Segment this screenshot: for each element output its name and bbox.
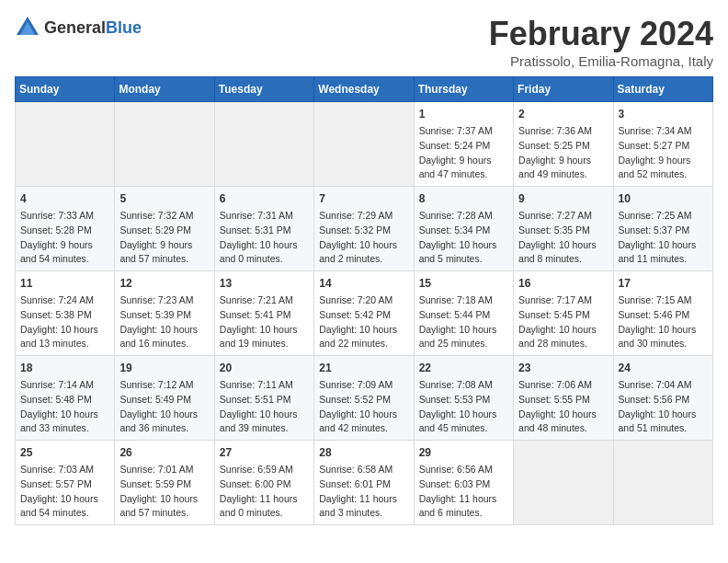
day-number: 21 — [319, 360, 408, 376]
day-content: Sunrise: 7:14 AM Sunset: 5:48 PM Dayligh… — [20, 378, 109, 436]
day-number: 8 — [419, 190, 508, 207]
calendar-cell: 15Sunrise: 7:18 AM Sunset: 5:44 PM Dayli… — [414, 271, 513, 356]
header-day-thursday: Thursday — [414, 77, 513, 102]
calendar-cell: 20Sunrise: 7:11 AM Sunset: 5:51 PM Dayli… — [214, 356, 313, 441]
day-number: 13 — [220, 275, 309, 292]
calendar-cell — [115, 102, 214, 187]
day-content: Sunrise: 6:58 AM Sunset: 6:01 PM Dayligh… — [319, 463, 408, 521]
day-number: 5 — [119, 190, 209, 207]
calendar-cell: 27Sunrise: 6:59 AM Sunset: 6:00 PM Dayli… — [214, 441, 313, 525]
week-row-5: 25Sunrise: 7:03 AM Sunset: 5:57 PM Dayli… — [16, 441, 713, 525]
day-content: Sunrise: 7:11 AM Sunset: 5:51 PM Dayligh… — [220, 378, 309, 436]
day-number: 15 — [419, 275, 508, 292]
header-day-sunday: Sunday — [16, 77, 115, 102]
calendar-cell: 7Sunrise: 7:29 AM Sunset: 5:32 PM Daylig… — [314, 187, 414, 271]
day-content: Sunrise: 7:23 AM Sunset: 5:39 PM Dayligh… — [119, 293, 209, 351]
logo-icon — [15, 15, 40, 40]
calendar-cell: 2Sunrise: 7:36 AM Sunset: 5:25 PM Daylig… — [514, 102, 613, 187]
calendar-cell: 19Sunrise: 7:12 AM Sunset: 5:49 PM Dayli… — [115, 356, 214, 441]
header-day-friday: Friday — [514, 77, 613, 102]
calendar-cell — [16, 102, 115, 187]
day-content: Sunrise: 7:32 AM Sunset: 5:29 PM Dayligh… — [119, 209, 209, 267]
header-day-tuesday: Tuesday — [214, 77, 313, 102]
day-number: 20 — [220, 360, 309, 376]
day-number: 2 — [518, 106, 608, 122]
day-number: 9 — [518, 190, 608, 207]
day-content: Sunrise: 7:04 AM Sunset: 5:56 PM Dayligh… — [619, 378, 708, 436]
day-number: 12 — [119, 275, 209, 292]
day-content: Sunrise: 7:36 AM Sunset: 5:25 PM Dayligh… — [518, 124, 608, 182]
week-row-2: 4Sunrise: 7:33 AM Sunset: 5:28 PM Daylig… — [16, 187, 713, 271]
day-content: Sunrise: 7:06 AM Sunset: 5:55 PM Dayligh… — [518, 378, 608, 436]
logo: GeneralBlue — [15, 15, 142, 40]
day-number: 27 — [220, 444, 309, 461]
calendar-cell: 25Sunrise: 7:03 AM Sunset: 5:57 PM Dayli… — [16, 441, 115, 525]
calendar-cell: 16Sunrise: 7:17 AM Sunset: 5:45 PM Dayli… — [514, 271, 613, 356]
page-header: GeneralBlue February 2024 Pratissolo, Em… — [15, 15, 713, 69]
day-number: 6 — [220, 190, 309, 207]
day-content: Sunrise: 7:12 AM Sunset: 5:49 PM Dayligh… — [119, 378, 209, 436]
calendar-cell: 29Sunrise: 6:56 AM Sunset: 6:03 PM Dayli… — [414, 441, 513, 525]
day-content: Sunrise: 7:18 AM Sunset: 5:44 PM Dayligh… — [419, 293, 508, 351]
day-content: Sunrise: 6:56 AM Sunset: 6:03 PM Dayligh… — [419, 463, 508, 521]
day-content: Sunrise: 7:37 AM Sunset: 5:24 PM Dayligh… — [419, 124, 508, 182]
day-number: 1 — [419, 106, 508, 122]
day-content: Sunrise: 7:29 AM Sunset: 5:32 PM Dayligh… — [319, 209, 408, 267]
day-number: 14 — [319, 275, 408, 292]
day-number: 26 — [119, 444, 209, 461]
calendar-cell: 6Sunrise: 7:31 AM Sunset: 5:31 PM Daylig… — [214, 187, 313, 271]
calendar-cell: 1Sunrise: 7:37 AM Sunset: 5:24 PM Daylig… — [414, 102, 513, 187]
calendar-cell: 23Sunrise: 7:06 AM Sunset: 5:55 PM Dayli… — [514, 356, 613, 441]
calendar-cell: 10Sunrise: 7:25 AM Sunset: 5:37 PM Dayli… — [613, 187, 712, 271]
day-number: 25 — [20, 444, 109, 461]
day-content: Sunrise: 7:09 AM Sunset: 5:52 PM Dayligh… — [319, 378, 408, 436]
day-number: 4 — [20, 190, 109, 207]
calendar-cell: 28Sunrise: 6:58 AM Sunset: 6:01 PM Dayli… — [314, 441, 414, 525]
day-content: Sunrise: 6:59 AM Sunset: 6:00 PM Dayligh… — [220, 463, 309, 521]
day-content: Sunrise: 7:20 AM Sunset: 5:42 PM Dayligh… — [319, 293, 408, 351]
calendar-cell: 3Sunrise: 7:34 AM Sunset: 5:27 PM Daylig… — [613, 102, 712, 187]
calendar-cell: 26Sunrise: 7:01 AM Sunset: 5:59 PM Dayli… — [115, 441, 214, 525]
calendar-cell — [514, 441, 613, 525]
day-number: 7 — [319, 190, 408, 207]
day-number: 11 — [20, 275, 109, 292]
day-content: Sunrise: 7:15 AM Sunset: 5:46 PM Dayligh… — [619, 293, 708, 351]
week-row-1: 1Sunrise: 7:37 AM Sunset: 5:24 PM Daylig… — [16, 102, 713, 187]
day-content: Sunrise: 7:34 AM Sunset: 5:27 PM Dayligh… — [619, 124, 708, 182]
calendar-cell: 22Sunrise: 7:08 AM Sunset: 5:53 PM Dayli… — [414, 356, 513, 441]
day-number: 28 — [319, 444, 408, 461]
week-row-4: 18Sunrise: 7:14 AM Sunset: 5:48 PM Dayli… — [16, 356, 713, 441]
calendar-cell: 9Sunrise: 7:27 AM Sunset: 5:35 PM Daylig… — [514, 187, 613, 271]
day-content: Sunrise: 7:27 AM Sunset: 5:35 PM Dayligh… — [518, 209, 608, 267]
calendar-cell: 4Sunrise: 7:33 AM Sunset: 5:28 PM Daylig… — [16, 187, 115, 271]
header-day-wednesday: Wednesday — [314, 77, 414, 102]
header-day-saturday: Saturday — [613, 77, 712, 102]
day-content: Sunrise: 7:03 AM Sunset: 5:57 PM Dayligh… — [20, 463, 109, 521]
day-number: 16 — [518, 275, 608, 292]
calendar-table: SundayMondayTuesdayWednesdayThursdayFrid… — [15, 76, 713, 525]
calendar-cell — [613, 441, 712, 525]
logo-text-blue: Blue — [106, 18, 142, 37]
calendar-title: February 2024 — [489, 15, 713, 53]
calendar-cell — [314, 102, 414, 187]
day-content: Sunrise: 7:25 AM Sunset: 5:37 PM Dayligh… — [619, 209, 708, 267]
week-row-3: 11Sunrise: 7:24 AM Sunset: 5:38 PM Dayli… — [16, 271, 713, 356]
header-day-monday: Monday — [115, 77, 214, 102]
day-number: 24 — [619, 360, 708, 376]
calendar-cell: 13Sunrise: 7:21 AM Sunset: 5:41 PM Dayli… — [214, 271, 313, 356]
calendar-cell: 21Sunrise: 7:09 AM Sunset: 5:52 PM Dayli… — [314, 356, 414, 441]
calendar-cell — [214, 102, 313, 187]
day-number: 3 — [619, 106, 708, 122]
day-number: 29 — [419, 444, 508, 461]
title-block: February 2024 Pratissolo, Emilia-Romagna… — [489, 15, 713, 69]
calendar-cell: 17Sunrise: 7:15 AM Sunset: 5:46 PM Dayli… — [613, 271, 712, 356]
calendar-cell: 12Sunrise: 7:23 AM Sunset: 5:39 PM Dayli… — [115, 271, 214, 356]
day-number: 18 — [20, 360, 109, 376]
day-number: 22 — [419, 360, 508, 376]
day-content: Sunrise: 7:08 AM Sunset: 5:53 PM Dayligh… — [419, 378, 508, 436]
calendar-cell: 18Sunrise: 7:14 AM Sunset: 5:48 PM Dayli… — [16, 356, 115, 441]
calendar-cell: 11Sunrise: 7:24 AM Sunset: 5:38 PM Dayli… — [16, 271, 115, 356]
calendar-cell: 14Sunrise: 7:20 AM Sunset: 5:42 PM Dayli… — [314, 271, 414, 356]
day-content: Sunrise: 7:33 AM Sunset: 5:28 PM Dayligh… — [20, 209, 109, 267]
day-number: 17 — [619, 275, 708, 292]
